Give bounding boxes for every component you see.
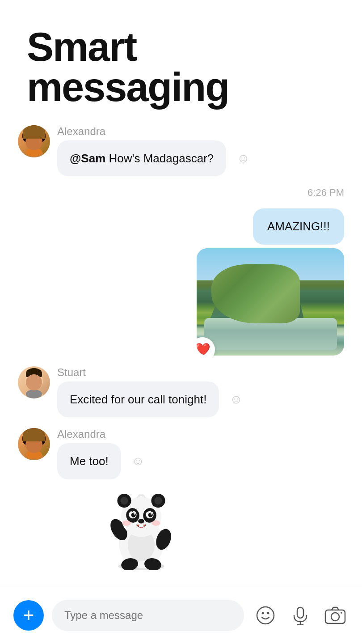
svg-rect-57 — [325, 610, 345, 623]
svg-rect-12 — [26, 373, 42, 377]
svg-point-23 — [29, 441, 33, 445]
svg-point-53 — [267, 612, 269, 614]
svg-rect-48 — [139, 525, 143, 527]
svg-point-1 — [25, 131, 43, 148]
mention: @Sam — [70, 152, 105, 165]
landscape-bg — [197, 248, 344, 356]
camera-icon — [324, 606, 346, 625]
svg-point-45 — [134, 513, 135, 514]
message-timestamp: 6:26 PM — [307, 187, 344, 199]
svg-point-19 — [25, 433, 43, 451]
message-bubble: Me too! — [57, 443, 121, 479]
panda-svg — [99, 485, 184, 570]
message-content: Alexandra Me too! ☺ — [57, 428, 344, 572]
emoji-react-button[interactable]: ☺ — [128, 451, 148, 471]
svg-point-50 — [152, 520, 160, 525]
message-bubble: Excited for our call tonight! — [57, 381, 219, 417]
mic-button[interactable] — [287, 602, 314, 629]
svg-point-16 — [35, 378, 38, 381]
svg-point-4 — [37, 130, 46, 142]
emoji-button[interactable] — [252, 602, 279, 629]
svg-point-21 — [22, 432, 31, 445]
page: Smart messaging — [0, 0, 362, 644]
svg-point-2 — [24, 125, 44, 140]
avatar — [18, 428, 50, 460]
bubble-row: Me too! ☺ — [57, 443, 344, 479]
svg-point-5 — [29, 138, 33, 142]
emoji-react-button[interactable]: ☺ — [226, 390, 246, 409]
mic-icon — [290, 606, 310, 625]
svg-point-14 — [35, 379, 38, 382]
svg-point-8 — [26, 148, 42, 157]
add-button[interactable]: + — [13, 600, 44, 631]
sender-name: Stuart — [57, 366, 344, 379]
svg-point-38 — [154, 496, 162, 504]
svg-point-36 — [120, 496, 128, 504]
image-message: ❤️ — [197, 248, 344, 356]
svg-point-3 — [22, 130, 31, 142]
message-row: Alexandra Me too! ☺ — [18, 428, 344, 572]
water — [204, 318, 337, 350]
svg-point-26 — [26, 450, 42, 459]
input-bar: + — [0, 586, 362, 644]
svg-point-49 — [122, 520, 131, 525]
hero-section: Smart messaging — [0, 0, 362, 116]
hero-title: Smart messaging — [27, 27, 335, 107]
emoji-icon — [256, 606, 275, 625]
svg-point-15 — [30, 378, 33, 381]
bubble-row: @Sam How's Madagascar? ☺ — [57, 140, 344, 176]
message-input-wrapper — [52, 600, 244, 631]
svg-point-44 — [148, 513, 153, 517]
avatar — [18, 125, 50, 157]
message-input[interactable] — [64, 609, 232, 622]
message-content: Alexandra @Sam How's Madagascar? ☺ — [57, 125, 344, 176]
svg-point-52 — [262, 612, 264, 614]
svg-point-51 — [257, 607, 274, 624]
bubble-row: Excited for our call tonight! ☺ — [57, 381, 344, 417]
svg-rect-54 — [297, 607, 303, 618]
plus-icon: + — [23, 606, 34, 625]
svg-point-25 — [33, 444, 35, 446]
message-bubble: @Sam How's Madagascar? — [57, 140, 226, 176]
sender-name: Alexandra — [57, 125, 344, 138]
svg-point-46 — [151, 513, 152, 514]
message-text: How's Madagascar? — [109, 152, 214, 165]
panda-sticker — [97, 483, 186, 572]
svg-point-7 — [33, 141, 35, 143]
svg-point-13 — [30, 379, 33, 382]
message-row: Stuart Excited for our call tonight! ☺ — [18, 366, 344, 417]
avatar — [18, 366, 50, 398]
outgoing-message-row: 6:26 PM AMAZING!!! ❤️ — [18, 187, 344, 355]
svg-point-20 — [24, 428, 44, 442]
emoji-react-button[interactable]: ☺ — [233, 148, 253, 168]
svg-point-58 — [331, 613, 339, 621]
svg-point-47 — [138, 519, 144, 523]
sender-name: Alexandra — [57, 428, 344, 441]
chat-area: Alexandra @Sam How's Madagascar? ☺ 6:26 … — [0, 116, 362, 644]
message-content: Stuart Excited for our call tonight! ☺ — [57, 366, 344, 417]
svg-point-59 — [341, 612, 342, 614]
svg-point-17 — [26, 390, 42, 398]
outgoing-bubble: AMAZING!!! — [253, 208, 344, 244]
outgoing-group: AMAZING!!! ❤️ — [197, 208, 344, 355]
svg-point-24 — [35, 441, 38, 445]
message-row: Alexandra @Sam How's Madagascar? ☺ — [18, 125, 344, 176]
svg-point-43 — [131, 513, 136, 517]
svg-point-6 — [35, 138, 38, 142]
camera-button[interactable] — [322, 602, 349, 629]
svg-point-22 — [37, 432, 46, 445]
